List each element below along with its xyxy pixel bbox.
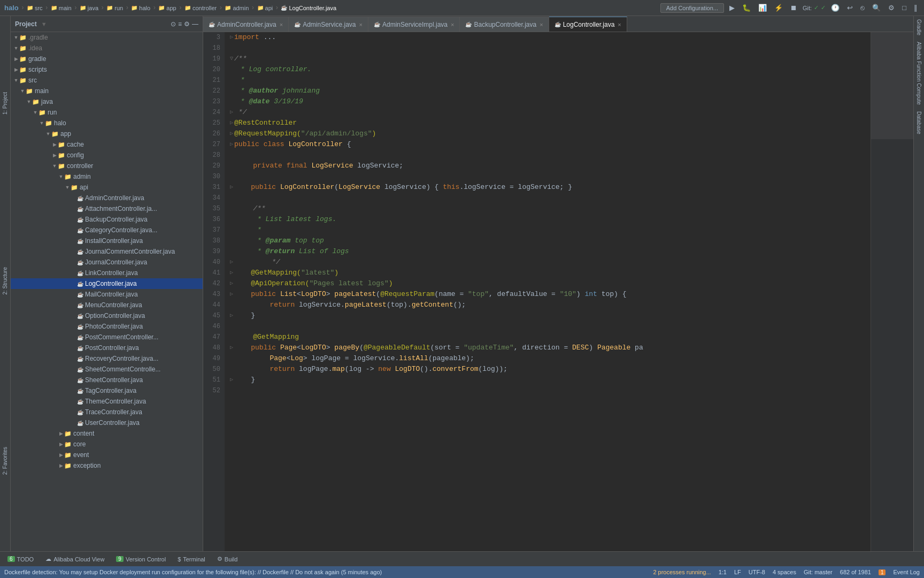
- fold-arrow-icon[interactable]: ▷: [230, 289, 233, 300]
- tree-item-main[interactable]: ▼ 📁 main: [11, 86, 203, 96]
- tree-item-post-comment-controller[interactable]: ☕ PostCommentController...: [11, 332, 203, 343]
- tree-item-attachment-controller[interactable]: ☕ AttachmentController.ja...: [11, 203, 203, 214]
- revert-button[interactable]: ↩: [845, 3, 855, 13]
- fold-arrow-icon[interactable]: ▷: [230, 268, 233, 278]
- processes-running-status[interactable]: 2 processes running...: [653, 569, 711, 575]
- tree-item-sheet-comment-controller[interactable]: ☕ SheetCommentControlle...: [11, 364, 203, 375]
- git-branch-status[interactable]: Git: master: [804, 569, 833, 575]
- sidebar-item-favorites[interactable]: 2: Favorites: [2, 444, 8, 478]
- tree-item-menu-controller[interactable]: ☕ MenuController.java: [11, 300, 203, 310]
- fold-arrow-icon[interactable]: ▷: [230, 343, 233, 353]
- tab-admin-service-impl[interactable]: ☕ AdminServiceImpl.java ×: [368, 17, 460, 32]
- add-configuration-button[interactable]: Add Configuration...: [660, 3, 724, 13]
- debug-button[interactable]: 🐛: [740, 3, 753, 13]
- pause-button[interactable]: ‖: [912, 3, 920, 13]
- tree-item-install-controller[interactable]: ☕ InstallController.java: [11, 235, 203, 246]
- breadcrumb-halo[interactable]: 📁halo: [131, 5, 150, 11]
- tree-item-post-controller[interactable]: ☕ PostController.java: [11, 343, 203, 353]
- fold-arrow-icon[interactable]: ▷: [230, 257, 233, 268]
- breadcrumb-controller[interactable]: 📁controller: [184, 5, 217, 11]
- encoding-status[interactable]: UTF-8: [749, 569, 765, 575]
- breadcrumb-admin[interactable]: 📁admin: [225, 5, 249, 11]
- fold-arrow-icon[interactable]: ▷: [230, 278, 233, 289]
- event-log-badge[interactable]: 1: [879, 569, 886, 575]
- event-log-status[interactable]: Event Log: [893, 569, 920, 575]
- tree-item-option-controller[interactable]: ☕ OptionController.java: [11, 310, 203, 321]
- breadcrumb-api[interactable]: 📁api: [257, 5, 273, 11]
- tree-item-tag-controller[interactable]: ☕ TagController.java: [11, 385, 203, 396]
- tree-item-gradle2[interactable]: ▶ 📁 gradle: [11, 54, 203, 64]
- locate-in-tree-button[interactable]: ⊙: [171, 20, 176, 28]
- settings-project-button[interactable]: ⚙: [184, 20, 190, 28]
- tree-item-core[interactable]: ▶ 📁 core: [11, 439, 203, 450]
- tree-item-run[interactable]: ▼ 📁 run: [11, 107, 203, 118]
- tree-item-user-controller[interactable]: ☕ UserController.java: [11, 417, 203, 428]
- bottom-tab-todo[interactable]: 6 TODO: [2, 555, 39, 564]
- sidebar-item-structure[interactable]: 2: Structure: [2, 264, 8, 298]
- fold-arrow-icon[interactable]: ▷: [230, 310, 233, 321]
- breadcrumb-src[interactable]: 📁src: [27, 5, 43, 11]
- tree-item-event[interactable]: ▶ 📁 event: [11, 450, 203, 460]
- tree-item-exception[interactable]: ▶ 📁 exception: [11, 460, 203, 471]
- fold-arrow-icon[interactable]: ▷: [230, 375, 233, 385]
- fold-arrow-icon[interactable]: ▷: [230, 139, 233, 150]
- minimap[interactable]: [871, 32, 913, 551]
- tab-close-button[interactable]: ×: [280, 21, 283, 28]
- tab-close-button[interactable]: ×: [540, 21, 543, 28]
- tree-item-photo-controller[interactable]: ☕ PhotoController.java: [11, 321, 203, 332]
- fold-arrow-icon[interactable]: ▷: [230, 118, 233, 128]
- breadcrumb-file[interactable]: ☕LogController.java: [281, 5, 336, 11]
- run-button[interactable]: ▶: [727, 3, 737, 13]
- tab-close-button[interactable]: ×: [359, 21, 363, 28]
- breadcrumb-app[interactable]: 📁app: [158, 5, 176, 11]
- tree-item-admin[interactable]: ▼ 📁 admin: [11, 171, 203, 182]
- tree-item-app[interactable]: ▼ 📁 app: [11, 128, 203, 139]
- indent-status[interactable]: 4 spaces: [773, 569, 796, 575]
- settings-button[interactable]: ⚙: [886, 3, 897, 13]
- tab-log-controller[interactable]: ☕ LogController.java ×: [549, 17, 627, 32]
- tree-item-gradle[interactable]: ▼ 📁 .gradle: [11, 32, 203, 43]
- bottom-tab-terminal[interactable]: $ Terminal: [172, 555, 211, 564]
- bottom-tab-build[interactable]: ⚙ Build: [212, 554, 243, 564]
- tree-item-cache[interactable]: ▶ 📁 cache: [11, 139, 203, 150]
- search-everywhere-button[interactable]: 🔍: [870, 3, 883, 13]
- fold-arrow-icon[interactable]: ▷: [230, 128, 233, 139]
- tree-item-journal-comment-controller[interactable]: ☕ JournalCommentController.java: [11, 246, 203, 257]
- history-button[interactable]: 🕐: [829, 3, 842, 13]
- tree-item-journal-controller[interactable]: ☕ JournalController.java: [11, 257, 203, 268]
- gradle-panel-label[interactable]: Gradle: [916, 16, 922, 39]
- tab-admin-service[interactable]: ☕ AdminService.java ×: [289, 17, 368, 32]
- fold-arrow-icon[interactable]: ▷: [230, 107, 233, 118]
- tree-item-mail-controller[interactable]: ☕ MailController.java: [11, 289, 203, 300]
- tree-item-theme-controller[interactable]: ☕ ThemeController.java: [11, 396, 203, 407]
- tree-item-idea[interactable]: ▼ 📁 .idea: [11, 43, 203, 54]
- maximize-button[interactable]: □: [900, 3, 908, 13]
- breadcrumb-run[interactable]: 📁run: [106, 5, 123, 11]
- code-content[interactable]: ▷ import ... ▽ /** * Log controller.: [225, 32, 871, 551]
- collapse-all-button[interactable]: ≡: [178, 20, 182, 28]
- tree-item-category-controller[interactable]: ☕ CategoryController.java...: [11, 225, 203, 235]
- tree-item-api[interactable]: ▼ 📁 api: [11, 182, 203, 193]
- bottom-tab-version-control[interactable]: 9 Version Control: [111, 555, 171, 564]
- line-ending-status[interactable]: LF: [734, 569, 741, 575]
- bottom-tab-alibaba-cloud[interactable]: ☁ Alibaba Cloud View: [40, 554, 110, 564]
- breadcrumb-java[interactable]: 📁java: [80, 5, 98, 11]
- tree-item-admin-controller[interactable]: ☕ AdminController.java: [11, 193, 203, 203]
- vcs-button[interactable]: ⎋: [858, 3, 867, 13]
- tree-item-sheet-controller[interactable]: ☕ SheetController.java: [11, 375, 203, 385]
- tab-close-button[interactable]: ×: [618, 21, 621, 28]
- tree-item-src[interactable]: ▼ 📁 src: [11, 75, 203, 86]
- tab-close-button[interactable]: ×: [451, 21, 454, 28]
- tree-item-link-controller[interactable]: ☕ LinkController.java: [11, 268, 203, 278]
- alibaba-function-compute-label[interactable]: Alibaba Function Compute: [916, 39, 922, 108]
- database-panel-label[interactable]: Database: [916, 108, 922, 138]
- fold-arrow-icon[interactable]: ▽: [230, 54, 233, 64]
- sidebar-item-project[interactable]: 1: Project: [2, 89, 8, 118]
- cursor-position-status[interactable]: 1:1: [719, 569, 727, 575]
- tree-item-content[interactable]: ▶ 📁 content: [11, 428, 203, 439]
- tab-admin-controller[interactable]: ☕ AdminController.java ×: [203, 17, 289, 32]
- tree-item-log-controller[interactable]: ☕ LogController.java: [11, 278, 203, 289]
- tab-backup-controller[interactable]: ☕ BackupController.java ×: [460, 17, 549, 32]
- tree-item-halo[interactable]: ▼ 📁 halo: [11, 118, 203, 128]
- tree-item-recovery-controller[interactable]: ☕ RecoveryController.java...: [11, 353, 203, 364]
